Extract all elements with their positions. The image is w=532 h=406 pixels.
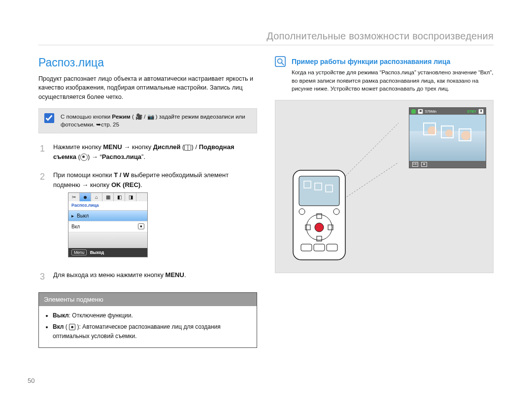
step-number: 2 <box>38 170 46 261</box>
face-frame <box>459 128 471 141</box>
menu-tab: ⌂ <box>91 193 102 201</box>
preview-screen: ▣ 579Min STBY ▮ HD ☻ <box>409 107 486 168</box>
menu-tab: ◧ <box>114 193 125 201</box>
section-title: Распоз.лица <box>38 56 257 69</box>
svg-point-2 <box>278 59 282 63</box>
step-body: Нажмите кнопку MENU → кнопку Дисплей () … <box>53 142 257 161</box>
preview-footer: HD ☻ <box>409 161 486 168</box>
step-1: 1 Нажмите кнопку MENU → кнопку Дисплей (… <box>38 142 257 161</box>
menu-tab: ✂ <box>68 193 80 201</box>
mode-note-box: С помощью кнопки Режим ( 🎥 / 📷 ) задайте… <box>38 108 257 133</box>
record-indicator-icon <box>411 109 416 114</box>
step-body: При помощи кнопки T / W выберите необход… <box>53 170 257 261</box>
menu-tab: ▦ <box>102 193 114 201</box>
menu-preview-area <box>68 232 147 248</box>
face-badge: ☻ <box>421 162 427 167</box>
face-icon: ☻ <box>138 223 144 230</box>
svg-line-3 <box>282 63 284 65</box>
magnifier-icon <box>275 56 287 68</box>
connector-lines <box>339 123 399 212</box>
mode-note-text: С помощью кнопки Режим ( 🎥 / 📷 ) задайте… <box>61 113 252 129</box>
stby-label: STBY <box>467 110 476 113</box>
example-callout: Пример работы функции распознавания лица… <box>275 56 494 273</box>
menu-item-off: ▸Выкл <box>68 211 147 221</box>
step-number: 3 <box>38 270 46 283</box>
preview-header: ▣ 579Min STBY ▮ <box>409 108 486 115</box>
demo-panel: ▣ 579Min STBY ▮ HD ☻ <box>275 100 494 273</box>
menu-tab-active: ☻ <box>80 193 91 201</box>
submenu-item-off: Выкл: Отключение функции. <box>53 311 250 320</box>
submenu-list: Выкл: Отключение функции. Вкл ( ☻ ): Авт… <box>46 311 250 341</box>
display-icon <box>184 145 191 151</box>
camera-device <box>292 169 346 261</box>
preview-time: 579Min <box>425 110 436 113</box>
callout-title: Пример работы функции распознавания лица <box>292 58 450 65</box>
face-frame <box>423 123 436 135</box>
step-body: Для выхода из меню нажмите кнопку MENU. <box>53 270 257 283</box>
menu-tabs: ✂ ☻ ⌂ ▦ ◧ ◨ <box>68 193 147 201</box>
menu-screenshot: ✂ ☻ ⌂ ▦ ◧ ◨ Распоз.лица ▸Выкл Вкл <box>68 192 148 257</box>
card-indicator-icon: ▣ <box>418 109 423 114</box>
menu-item-on: Вкл ☻ <box>68 221 147 232</box>
hd-badge: HD <box>412 162 418 167</box>
face-frame <box>441 125 454 138</box>
menu-bottom-bar: Menu Выход <box>68 248 147 257</box>
submenu-item-on: Вкл ( ☻ ): Автоматическое распознавание … <box>53 322 250 341</box>
step-3: 3 Для выхода из меню нажмите кнопку MENU… <box>38 270 257 283</box>
menu-badge: Menu <box>71 250 87 255</box>
svg-rect-7 <box>299 176 339 206</box>
battery-icon: ▮ <box>478 109 484 114</box>
step-number: 1 <box>38 142 46 161</box>
menu-tab: ◨ <box>125 193 136 201</box>
svg-line-4 <box>339 123 399 182</box>
page-breadcrumb: Дополнительные возможности воспроизведен… <box>38 31 494 45</box>
callout-text: Когда на устройстве для режима “Распоз.л… <box>292 68 494 93</box>
submenu-header: Элементы подменю <box>39 293 257 306</box>
submenu-box: Элементы подменю Выкл: Отключение функци… <box>38 292 257 348</box>
preview-image <box>409 115 486 161</box>
dive-icon <box>80 154 88 161</box>
check-icon <box>44 113 55 124</box>
intro-text: Продукт распознает лицо объекта и автома… <box>38 74 257 101</box>
svg-line-5 <box>339 162 399 202</box>
step-2: 2 При помощи кнопки T / W выберите необх… <box>38 170 257 261</box>
svg-point-12 <box>315 223 324 232</box>
menu-screenshot-title: Распоз.лица <box>68 201 147 211</box>
page-number: 50 <box>28 377 34 384</box>
